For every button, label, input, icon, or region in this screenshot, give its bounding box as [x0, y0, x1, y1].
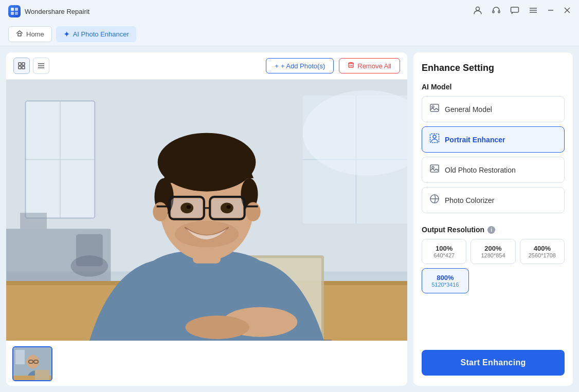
active-tab-label: AI Photo Enhancer — [73, 30, 129, 38]
info-icon[interactable]: i — [487, 226, 495, 234]
remove-all-label: Remove All — [357, 62, 391, 70]
svg-rect-38 — [76, 234, 103, 266]
resolution-section-label: Output Resolution i — [422, 226, 565, 234]
svg-point-62 — [226, 205, 230, 209]
svg-rect-6 — [498, 11, 500, 13]
old-photo-icon — [429, 163, 440, 176]
start-enhancing-button[interactable]: Start Enhancing — [422, 350, 565, 376]
svg-rect-17 — [19, 66, 21, 69]
remove-all-button[interactable]: Remove All — [339, 58, 400, 73]
ai-model-label: AI Model — [422, 83, 565, 91]
colorizer-icon — [429, 194, 440, 207]
add-photos-button[interactable]: + + Add Photo(s) — [266, 58, 334, 73]
old-photo-label: Old Photo Restoration — [445, 166, 516, 174]
svg-rect-15 — [19, 63, 21, 65]
nav-bar: Home ✦ AI Photo Enhancer — [0, 23, 579, 46]
res-800-pct: 800% — [425, 274, 465, 282]
view-toggles — [13, 58, 49, 74]
svg-rect-0 — [11, 8, 14, 11]
svg-point-63 — [175, 221, 239, 248]
resolution-400-button[interactable]: 400% 2560*1708 — [520, 239, 565, 264]
svg-point-61 — [187, 205, 191, 209]
res-800-dim: 5120*3416 — [425, 282, 465, 288]
add-icon: + — [275, 62, 279, 70]
right-panel: Enhance Setting AI Model General Model — [413, 52, 573, 386]
enhancer-icon: ✦ — [63, 29, 70, 39]
colorizer-label: Photo Colorizer — [445, 196, 495, 204]
start-btn-container: Start Enhancing — [422, 342, 565, 376]
model-option-old-photo[interactable]: Old Photo Restoration — [422, 157, 565, 183]
svg-rect-1 — [15, 8, 18, 11]
general-model-icon — [429, 103, 440, 116]
panel-title: Enhance Setting — [422, 63, 565, 73]
home-tab[interactable]: Home — [8, 26, 52, 42]
app-title: Wondershare Repairit — [25, 8, 89, 15]
app-icon — [8, 5, 21, 17]
resolution-200-button[interactable]: 200% 1280*854 — [471, 239, 515, 264]
account-icon[interactable] — [473, 6, 482, 17]
thumbnail-strip — [6, 341, 407, 386]
add-photos-label: + Add Photo(s) — [281, 62, 325, 70]
general-model-label: General Model — [445, 105, 492, 114]
minimize-icon[interactable] — [547, 7, 554, 16]
toolbar-actions: + + Add Photo(s) Remove All — [266, 58, 400, 73]
res-400-dim: 2560*1708 — [523, 252, 561, 258]
resolution-800-button[interactable]: 800% 5120*3416 — [422, 268, 469, 293]
thumbnail-image — [13, 347, 51, 380]
svg-rect-67 — [15, 350, 25, 364]
res-200-dim: 1280*854 — [474, 252, 512, 258]
svg-rect-3 — [15, 12, 18, 15]
ai-photo-enhancer-tab[interactable]: ✦ AI Photo Enhancer — [56, 26, 136, 42]
menu-icon[interactable] — [529, 6, 538, 17]
left-panel: + + Add Photo(s) Remove All — [6, 52, 407, 386]
home-tab-label: Home — [26, 30, 44, 38]
title-bar: Wondershare Repairit — [0, 0, 579, 23]
svg-point-50 — [153, 202, 168, 221]
photo-toolbar: + + Add Photo(s) Remove All — [6, 52, 407, 80]
list-view-button[interactable] — [33, 58, 49, 74]
svg-point-4 — [476, 7, 480, 11]
svg-rect-36 — [20, 213, 47, 229]
thumbnail-item[interactable] — [12, 346, 52, 381]
svg-rect-18 — [22, 66, 25, 69]
svg-rect-5 — [493, 11, 494, 13]
close-icon[interactable] — [564, 7, 571, 16]
resolution-section: Output Resolution i 100% 640*427 200% 12… — [422, 226, 565, 293]
output-resolution-text: Output Resolution — [422, 226, 484, 234]
svg-point-51 — [246, 202, 261, 221]
res-400-pct: 400% — [523, 245, 561, 252]
model-option-general[interactable]: General Model — [422, 96, 565, 122]
title-bar-controls — [473, 6, 571, 17]
main-layout: + + Add Photo(s) Remove All — [0, 46, 579, 392]
headphones-icon[interactable] — [492, 6, 501, 17]
svg-rect-16 — [22, 63, 25, 65]
title-bar-left: Wondershare Repairit — [8, 5, 89, 17]
grid-view-button[interactable] — [13, 58, 30, 74]
model-option-portrait[interactable]: Portrait Enhancer — [422, 126, 565, 153]
portrait-model-label: Portrait Enhancer — [445, 136, 505, 144]
svg-rect-2 — [11, 12, 14, 15]
photo-preview-area — [6, 80, 407, 341]
res-100-dim: 640*427 — [425, 252, 463, 258]
svg-point-65 — [186, 315, 249, 339]
svg-rect-14 — [18, 33, 21, 36]
model-option-colorizer[interactable]: Photo Colorizer — [422, 187, 565, 213]
svg-point-75 — [433, 135, 436, 138]
home-icon — [16, 30, 23, 39]
res-100-pct: 100% — [425, 245, 463, 252]
svg-rect-7 — [511, 7, 519, 12]
trash-icon — [348, 62, 354, 70]
svg-rect-22 — [349, 63, 353, 67]
resolution-grid: 100% 640*427 200% 1280*854 400% 2560*170… — [422, 239, 565, 264]
svg-rect-72 — [35, 370, 49, 380]
portrait-model-icon — [429, 133, 440, 146]
res-200-pct: 200% — [474, 245, 512, 252]
main-photo — [6, 80, 407, 341]
message-icon[interactable] — [510, 6, 519, 17]
resolution-100-button[interactable]: 100% 640*427 — [422, 239, 466, 264]
